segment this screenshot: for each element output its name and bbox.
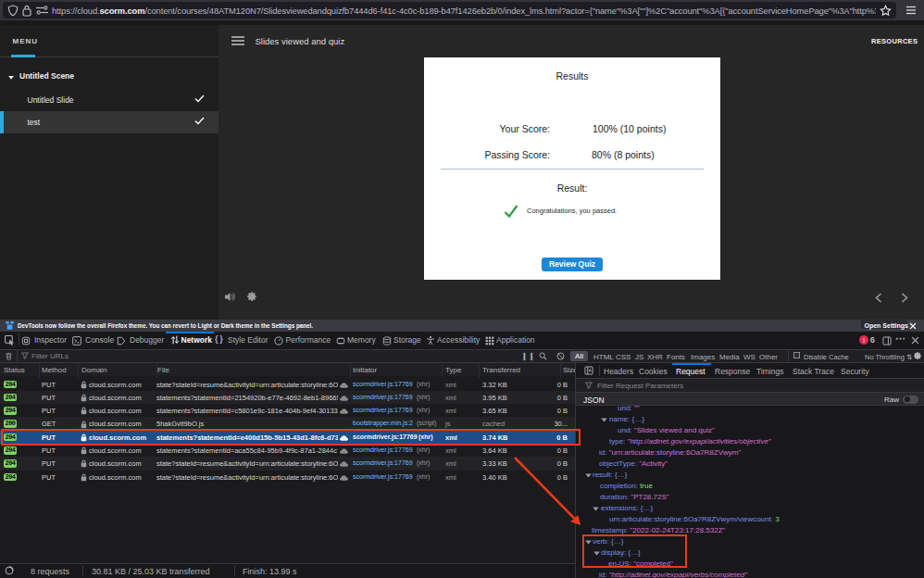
svg-text:!: ! (863, 336, 865, 345)
